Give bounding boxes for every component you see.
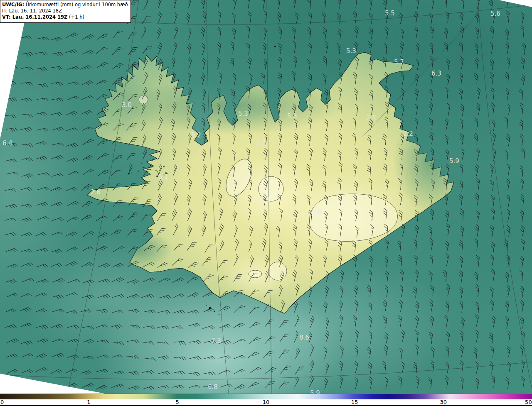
colorbar-tick: 5	[176, 399, 179, 405]
contour-label: 5.1	[158, 173, 168, 181]
contour-label: 5.5	[385, 10, 395, 17]
map-canvas: 5.55.65.35.76.33.05.35.32.55.22.22.26.45…	[0, 0, 532, 394]
contour-label: 5.3	[238, 110, 248, 117]
contour-label: 2.6	[91, 188, 101, 196]
contour-label: 5.9	[449, 157, 459, 165]
colorbar-tick: 50	[525, 399, 532, 405]
contour-label: 0.8	[312, 209, 322, 216]
title-line-valid-time: VT: Lau. 16.11.2024 19Z (+1 h)	[2, 14, 128, 20]
colorbar-tick: 0	[0, 399, 4, 405]
colorbar-tick-labels: 01510153050	[0, 399, 532, 405]
contour-label: 5.9	[310, 389, 320, 394]
title-line-product: UWC/IG: Úrkomumætti (mm) og vindur i 100…	[2, 2, 128, 8]
contour-label: 5.2	[191, 132, 201, 139]
contour-label: 5.3	[346, 47, 356, 55]
title-line-init-time: IT: Lau. 16. 11. 2024 18Z	[2, 8, 128, 14]
contour-label: 5.3	[287, 113, 297, 120]
wind-barb-row	[7, 345, 524, 361]
contour-label: 3.0	[122, 101, 132, 109]
contour-label: 5.6	[490, 10, 500, 17]
title-box: UWC/IG: Úrkomumætti (mm) og vindur i 100…	[0, 0, 131, 23]
contour-label: 6.8	[208, 383, 218, 391]
weather-chart-page: 5.55.65.35.76.33.05.35.32.55.22.22.26.45…	[0, 0, 532, 406]
colorbar-tick: 10	[263, 399, 270, 405]
contour-label: 2.2	[403, 130, 413, 137]
colorbar-tick: 15	[351, 399, 358, 405]
contour-label: 8.6	[299, 334, 309, 341]
contour-label: 7.3	[211, 337, 221, 345]
glacier-eyjafjallajokull	[249, 270, 262, 278]
wind-barb-row	[7, 360, 525, 375]
colorbar-tick: 30	[440, 399, 447, 405]
contour-label: 2.5	[366, 115, 376, 122]
wind-barb-row	[6, 376, 525, 390]
wind-barb-row	[6, 56, 525, 71]
contour-label: 1.1	[261, 196, 271, 203]
glacier-myrdalsjokull	[268, 262, 287, 280]
colorbar-tick: 1	[87, 399, 90, 405]
map-overlay-svg: 5.55.65.35.76.33.05.35.32.55.22.22.26.45…	[0, 0, 532, 394]
precipitation-colorbar: 01510153050	[0, 394, 532, 406]
valid-time: VT: Lau. 16.11.2024 19Z	[2, 14, 67, 20]
wind-barb-row	[7, 26, 524, 41]
wind-barb-row	[5, 314, 524, 329]
wind-barb-row	[7, 330, 525, 345]
contour-label: 6.3	[431, 70, 441, 77]
colorbar-gradient	[0, 394, 532, 399]
contour-label: 6.4	[2, 139, 12, 147]
wind-barb-row	[5, 71, 525, 88]
valid-time-offset: (+1 h)	[67, 14, 84, 20]
contour-label: 2.2	[256, 139, 266, 146]
product-description: Úrkomumætti (mm) og vindur i 100m hæð	[24, 2, 128, 7]
wind-barb-row	[6, 42, 526, 57]
product-id: UWC/IG:	[2, 2, 24, 7]
contour-label: 5.7	[394, 59, 404, 66]
